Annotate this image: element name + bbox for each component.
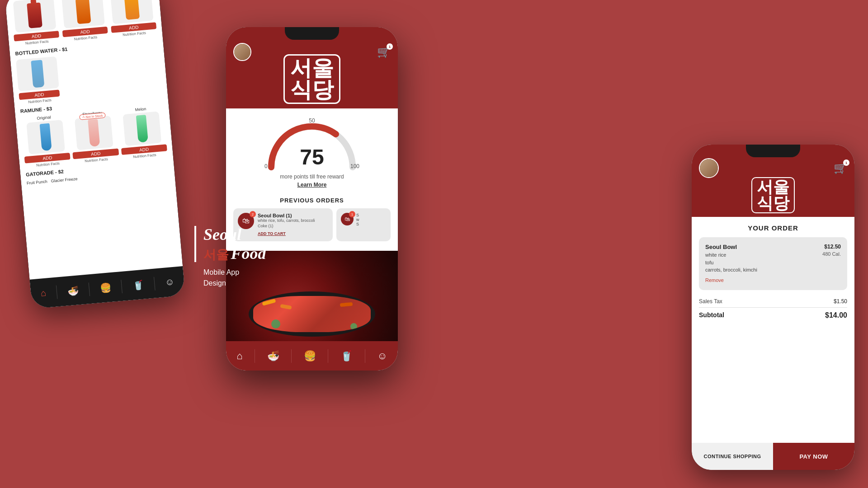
gauge-container: 0 50 100 75 bbox=[262, 117, 362, 172]
order-tofu: tofu bbox=[705, 259, 841, 267]
order-totals: Sales Tax $1.50 Subtotal $14.00 bbox=[692, 296, 854, 323]
ramune-original-img bbox=[26, 120, 65, 155]
nav-drink-icon[interactable]: 🥤 bbox=[132, 279, 144, 291]
brand-name-row: Seoul bbox=[203, 226, 266, 244]
gauge-mid-label: 50 bbox=[309, 117, 315, 124]
center-nav-drink[interactable]: 🥤 bbox=[340, 350, 353, 362]
center-logo-text: 서울식당 bbox=[290, 57, 334, 101]
your-order-title: YOUR ORDER bbox=[699, 224, 847, 232]
center-nav-face[interactable]: ☺ bbox=[377, 350, 387, 362]
right-order-item-name: Seoul Bowl bbox=[705, 244, 737, 250]
order-item-desc-1: white rice, tofu, carrots, broccoli bbox=[258, 218, 328, 224]
gatorade-glacier: Glacier Freeze bbox=[51, 177, 78, 183]
gauge-section: 0 50 100 75 more points till free reward… bbox=[226, 108, 398, 192]
nav-burger-icon[interactable]: 🍔 bbox=[99, 282, 112, 294]
drink-item-coke: ADD Nutrition Facts bbox=[11, 0, 60, 47]
brand-name-kr-row: 서울 Food bbox=[203, 244, 266, 263]
ramune-original: Original ADD Nutrition Facts bbox=[21, 113, 71, 168]
cart-badge: 1 bbox=[387, 43, 393, 50]
right-order-item-price: $12.50 bbox=[824, 244, 841, 250]
center-nav-burger[interactable]: 🍔 bbox=[304, 350, 316, 362]
brand-divider bbox=[194, 226, 196, 262]
brand-subtitle-line2: Design bbox=[203, 279, 226, 287]
nav-divider-3 bbox=[121, 280, 123, 293]
order-badge-1: 2 bbox=[250, 211, 256, 217]
brand-name-kr: 서울 bbox=[203, 248, 229, 262]
sales-tax-value: $1.50 bbox=[834, 298, 847, 305]
right-logo-text: 서울식당 bbox=[757, 179, 789, 211]
brand-subtitle-line1: Mobile App bbox=[203, 268, 239, 276]
left-phone-screen: ADD Nutrition Facts ADD Nutrition Facts … bbox=[5, 0, 185, 309]
right-logo-box: 서울식당 bbox=[751, 177, 795, 213]
order-item-name-1: Seoul Bowl (1) bbox=[258, 213, 328, 218]
nav-divider-2 bbox=[89, 282, 90, 296]
left-phone: ADD Nutrition Facts ADD Nutrition Facts … bbox=[5, 0, 185, 309]
remove-item-link[interactable]: Remove bbox=[705, 277, 724, 283]
brand-section: Seoul 서울 Food Mobile App Design bbox=[194, 226, 321, 289]
right-cart-badge: 1 bbox=[843, 160, 849, 166]
order-bag-2: 🛍 1 bbox=[341, 213, 354, 225]
center-nav-bowl[interactable]: 🍜 bbox=[267, 350, 279, 362]
drink-item-fanta1: ADD Nutrition Facts bbox=[59, 0, 108, 42]
gauge-label: more points till free reward bbox=[235, 174, 389, 180]
left-phone-content: ADD Nutrition Facts ADD Nutrition Facts … bbox=[5, 0, 185, 309]
center-nav-div1 bbox=[255, 349, 255, 363]
water-row: ADD Nutrition Facts bbox=[16, 47, 162, 105]
subtotal-value: $14.00 bbox=[825, 311, 847, 319]
gauge-number: 75 bbox=[300, 145, 324, 169]
ramune-strawberry: Strawberry ⚠ Not In Stock ADD Nutrition … bbox=[69, 109, 119, 164]
gauge-min-label: 0 bbox=[264, 163, 268, 169]
top-drinks-row: ADD Nutrition Facts ADD Nutrition Facts … bbox=[11, 0, 157, 47]
nav-bowl-icon[interactable]: 🍜 bbox=[67, 285, 79, 296]
center-phone: 🛒 1 서울식당 0 50 100 75 bbox=[226, 27, 398, 371]
center-bottom-nav: ⌂ 🍜 🍔 🥤 ☺ bbox=[226, 341, 398, 371]
learn-more-link[interactable]: Learn More bbox=[235, 182, 389, 188]
right-phone-screen: 🛒 1 서울식당 YOUR ORDER Seoul Bowl $12.50 wh… bbox=[692, 145, 854, 470]
brand-content: Seoul 서울 Food Mobile App Design bbox=[194, 226, 321, 289]
pay-now-button[interactable]: PAY NOW bbox=[773, 443, 854, 470]
right-phone-notch bbox=[746, 145, 800, 157]
right-cart-button[interactable]: 🛒 1 bbox=[834, 162, 847, 174]
order-partial-desc: SwS bbox=[356, 213, 359, 226]
center-logo-box: 서울식당 bbox=[283, 54, 340, 104]
nav-home-icon[interactable]: ⌂ bbox=[40, 288, 47, 299]
order-cal-row: white rice 480 Cal. bbox=[705, 251, 841, 259]
ramune-melon: Melon ADD Nutrition Facts bbox=[118, 105, 168, 160]
phone-notch bbox=[285, 27, 339, 40]
user-avatar[interactable] bbox=[233, 43, 251, 61]
center-phone-screen: 🛒 1 서울식당 0 50 100 75 bbox=[226, 27, 398, 371]
drink-fanta1-img bbox=[61, 0, 105, 28]
subtotal-row: Subtotal $14.00 bbox=[699, 308, 847, 323]
center-nav-div3 bbox=[328, 349, 328, 363]
nav-face-icon[interactable]: ☺ bbox=[165, 277, 175, 288]
gatorade-fruit-punch: Fruit Punch bbox=[26, 179, 47, 186]
center-nav-home[interactable]: ⌂ bbox=[236, 350, 242, 362]
drink-fanta2-img bbox=[110, 0, 154, 24]
order-card-right: Seoul Bowl $12.50 white rice 480 Cal. to… bbox=[699, 237, 847, 290]
nav-divider-4 bbox=[154, 277, 156, 290]
order-item-row: Seoul Bowl $12.50 bbox=[705, 244, 841, 250]
ramune-strawberry-img: ⚠ Not In Stock bbox=[75, 116, 113, 150]
sales-tax-row: Sales Tax $1.50 bbox=[699, 296, 847, 308]
order-carrots: carrots, broccoli, kimchi bbox=[705, 266, 841, 274]
right-phone: 🛒 1 서울식당 YOUR ORDER Seoul Bowl $12.50 wh… bbox=[692, 145, 854, 470]
order-card-2: 🛍 1 SwS bbox=[336, 208, 391, 241]
order-badge-2: 1 bbox=[349, 211, 355, 217]
prev-orders-title: PREVIOUS ORDERS bbox=[233, 197, 391, 204]
ramune-melon-img bbox=[123, 111, 162, 146]
subtotal-label: Subtotal bbox=[699, 311, 724, 319]
cart-button[interactable]: 🛒 1 bbox=[377, 46, 391, 58]
nav-divider-1 bbox=[56, 285, 58, 299]
brand-name-en: Seoul bbox=[203, 225, 241, 244]
drink-item-fanta2: ADD Nutrition Facts bbox=[108, 0, 157, 38]
your-order-section: YOUR ORDER Seoul Bowl $12.50 white rice … bbox=[692, 217, 854, 290]
water-item: ADD Nutrition Facts bbox=[16, 56, 60, 105]
brand-subtitle: Mobile App Design bbox=[203, 267, 266, 289]
water-img bbox=[16, 56, 59, 92]
brand-name-food: Food bbox=[231, 244, 266, 263]
right-header-top: 🛒 1 bbox=[692, 158, 854, 178]
center-nav-div2 bbox=[291, 349, 292, 363]
right-user-avatar[interactable] bbox=[699, 158, 719, 178]
drink-coke-img bbox=[13, 0, 57, 33]
continue-shopping-button[interactable]: CONTINUE SHOPPING bbox=[692, 443, 773, 470]
